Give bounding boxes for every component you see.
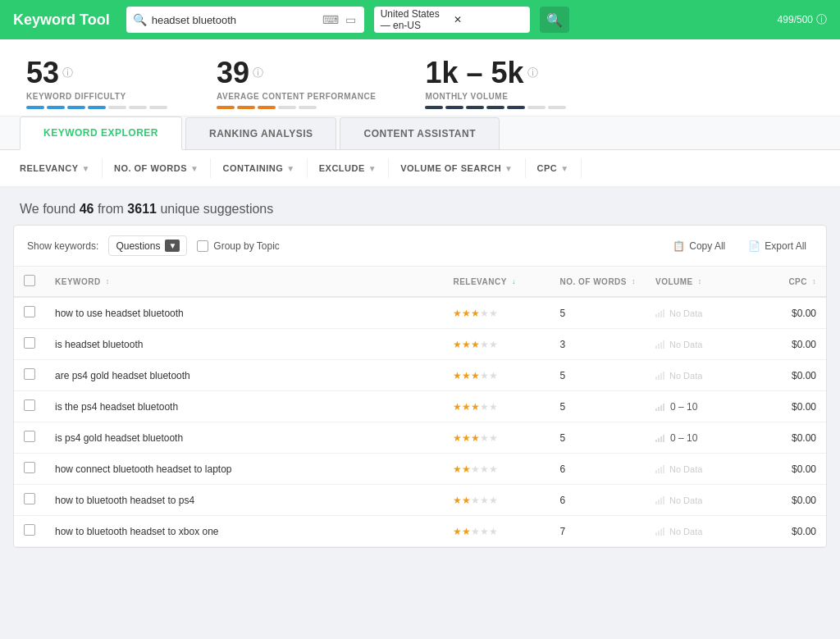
svg-rect-25 (658, 500, 660, 504)
search-button[interactable]: 🔍 (540, 7, 569, 33)
table-row: is the ps4 headset bluetooth ★★★★★ 5 0 –… (14, 391, 826, 422)
keyword-difficulty-info[interactable]: ⓘ (62, 66, 73, 80)
svg-rect-24 (655, 501, 657, 504)
keyword-sort-icon: ↕ (106, 277, 110, 285)
filter-bar: RELEVANCY ▼ NO. OF WORDS ▼ CONTAINING ▼ … (0, 150, 840, 187)
tab-content-assistant[interactable]: Content Assistant (340, 117, 500, 149)
search-input[interactable] (152, 14, 316, 26)
row-relevancy: ★★★★★ (443, 422, 550, 454)
keywords-select[interactable]: Questions ▼ (108, 235, 187, 256)
row-volume: No Data (646, 360, 760, 391)
row-keyword: is headset bluetooth (45, 329, 443, 360)
th-volume[interactable]: VOLUME ↕ (646, 267, 760, 297)
group-by-topic-checkbox[interactable] (197, 240, 208, 252)
bar-4 (486, 106, 504, 109)
table-header: KEYWORD ↕ RELEVANCY ↓ NO. OF WORDS ↕ (14, 267, 826, 297)
location-selector[interactable]: United States — en-US ✕ (374, 7, 530, 33)
avg-content-value: 39 (217, 56, 249, 90)
th-words[interactable]: NO. OF WORDS ↕ (550, 267, 646, 297)
export-all-button[interactable]: 📄 Export All (742, 237, 813, 255)
filter-relevancy-label: RELEVANCY (20, 163, 79, 173)
svg-rect-20 (655, 470, 657, 473)
row-words: 5 (550, 297, 646, 329)
filter-containing[interactable]: CONTAINING ▼ (211, 158, 307, 178)
svg-rect-29 (658, 531, 660, 536)
row-keyword: is the ps4 headset bluetooth (45, 391, 443, 422)
table-row: is headset bluetooth ★★★★★ 3 No Data $0.… (14, 329, 826, 360)
search-bar: 🔍 ⌨ ▭ (126, 7, 364, 33)
bar-4 (88, 106, 106, 109)
svg-rect-30 (660, 529, 662, 536)
search-icon: 🔍 (133, 13, 147, 26)
tab-ranking-analysis[interactable]: Ranking Analysis (185, 117, 336, 149)
row-relevancy: ★★★★★ (443, 329, 550, 360)
results-heading: We found 46 from 3611 unique suggestions (0, 187, 840, 225)
bar-3 (67, 106, 85, 109)
svg-rect-22 (660, 467, 662, 473)
bar-6 (129, 106, 147, 109)
select-all-checkbox[interactable] (24, 275, 35, 286)
row-checkbox[interactable] (24, 493, 35, 504)
filter-relevancy[interactable]: RELEVANCY ▼ (20, 158, 103, 178)
svg-rect-1 (658, 313, 660, 317)
row-checkbox-cell (14, 454, 45, 485)
row-checkbox[interactable] (24, 462, 35, 473)
filter-exclude[interactable]: EXCLUDE ▼ (308, 158, 389, 178)
words-sort-icon: ↕ (632, 277, 636, 285)
location-clear-icon[interactable]: ✕ (454, 14, 523, 25)
group-by-topic[interactable]: Group by Topic (197, 240, 280, 252)
keyboard-icon[interactable]: ⌨ (321, 11, 340, 28)
filter-no-of-words[interactable]: NO. OF WORDS ▼ (103, 158, 212, 178)
filter-relevancy-chevron: ▼ (82, 164, 90, 173)
row-words: 5 (550, 391, 646, 422)
row-checkbox[interactable] (24, 368, 35, 380)
th-keyword[interactable]: KEYWORD ↕ (45, 267, 443, 297)
tab-keyword-explorer[interactable]: KEYWORD EXPLORER (20, 116, 182, 150)
th-cpc[interactable]: CPC ↕ (760, 267, 826, 297)
search-submit-icon: 🔍 (546, 12, 563, 28)
row-volume: No Data (646, 516, 760, 547)
relevancy-sort-icon: ↓ (512, 277, 516, 285)
filter-cpc[interactable]: CPC ▼ (526, 158, 582, 178)
toolbar-right: 📋 Copy All 📄 Export All (666, 237, 813, 255)
avg-content-info[interactable]: ⓘ (253, 66, 263, 80)
row-keyword: how to bluetooth headset to xbox one (45, 516, 443, 547)
th-relevancy[interactable]: RELEVANCY ↓ (443, 267, 550, 297)
filter-containing-label: CONTAINING (222, 163, 283, 173)
svg-rect-10 (660, 373, 662, 380)
svg-rect-13 (658, 407, 660, 411)
results-found: 46 (80, 202, 94, 216)
cpc-sort-icon: ↕ (812, 277, 816, 285)
barcode-icon[interactable]: ▭ (344, 11, 358, 28)
row-words: 6 (550, 485, 646, 516)
bar-5 (299, 106, 317, 109)
table-row: how to bluetooth headset to ps4 ★★★★★ 6 … (14, 485, 826, 516)
row-cpc: $0.00 (760, 454, 826, 485)
copy-all-button[interactable]: 📋 Copy All (666, 237, 732, 255)
stats-section: 53 ⓘ KEYWORD DIFFICULTY 39 ⓘ AVERAGE CON… (0, 39, 840, 116)
row-words: 5 (550, 422, 646, 454)
row-relevancy: ★★★★★ (443, 485, 550, 516)
monthly-volume-info[interactable]: ⓘ (527, 66, 538, 80)
row-cpc: $0.00 (760, 360, 826, 391)
row-checkbox[interactable] (24, 524, 35, 536)
table-row: how to bluetooth headset to xbox one ★★★… (14, 516, 826, 547)
row-volume: No Data (646, 485, 760, 516)
row-checkbox[interactable] (24, 399, 35, 411)
row-relevancy: ★★★★★ (443, 454, 550, 485)
filter-volume-chevron: ▼ (504, 164, 513, 173)
row-cpc: $0.00 (760, 516, 826, 547)
row-cpc: $0.00 (760, 329, 826, 360)
row-checkbox[interactable] (24, 431, 35, 442)
bar-1 (425, 106, 443, 109)
row-checkbox[interactable] (24, 306, 35, 317)
row-checkbox[interactable] (24, 337, 35, 349)
svg-rect-0 (655, 314, 657, 317)
bar-2 (445, 106, 463, 109)
row-cpc: $0.00 (760, 391, 826, 422)
keyword-difficulty-label: KEYWORD DIFFICULTY (26, 92, 167, 101)
row-checkbox-cell (14, 329, 45, 360)
tabs-section: KEYWORD EXPLORER Ranking Analysis Conten… (0, 116, 840, 150)
row-words: 3 (550, 329, 646, 360)
filter-volume[interactable]: VOLUME OF SEARCH ▼ (389, 158, 525, 178)
